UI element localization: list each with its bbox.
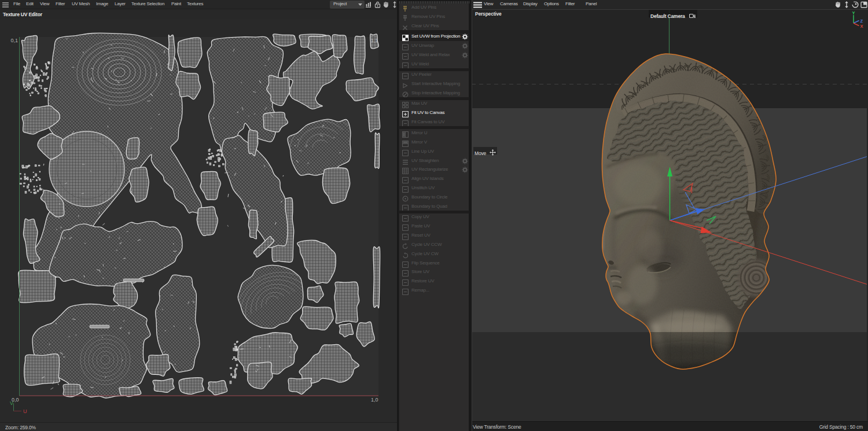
svg-text:0,1: 0,1 xyxy=(10,38,18,43)
svg-text:U: U xyxy=(23,408,27,414)
svg-text:X: X xyxy=(860,24,863,29)
svg-text:Y: Y xyxy=(852,10,855,16)
svg-text:V: V xyxy=(10,400,13,406)
svg-text:1,1: 1,1 xyxy=(371,38,378,43)
svg-text:1,0: 1,0 xyxy=(371,397,378,403)
svg-text:Z: Z xyxy=(860,19,863,24)
